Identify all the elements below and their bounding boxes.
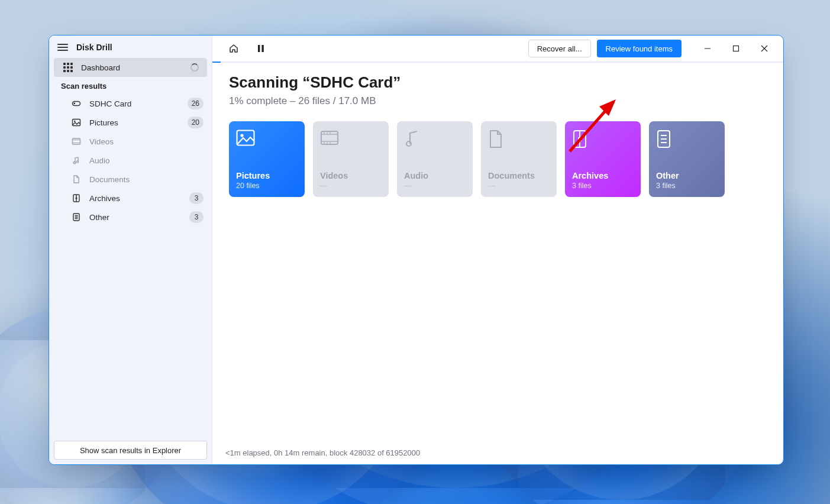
card-archives[interactable]: Archives 3 files — [565, 121, 641, 197]
card-sub: — — [404, 182, 466, 190]
card-sub: 3 files — [572, 182, 634, 190]
card-label: Archives — [572, 171, 634, 180]
card-label: Pictures — [236, 171, 298, 180]
card-videos[interactable]: Videos — — [313, 121, 389, 197]
review-found-items-button[interactable]: Review found items — [597, 40, 682, 57]
svg-point-21 — [330, 143, 331, 144]
other-icon — [72, 212, 81, 222]
app-header: Disk Drill — [49, 35, 212, 58]
svg-rect-0 — [73, 102, 80, 106]
loading-spinner-icon — [190, 63, 199, 72]
svg-point-20 — [327, 143, 328, 144]
count-badge: 3 — [189, 211, 204, 223]
audio-icon — [72, 156, 81, 165]
sidebar-group-title: Scan results — [49, 77, 212, 94]
svg-point-18 — [330, 133, 331, 134]
svg-point-17 — [327, 133, 328, 134]
pictures-icon — [236, 130, 298, 147]
card-label: Other — [656, 171, 718, 180]
svg-point-3 — [74, 121, 75, 122]
card-sub: 3 files — [656, 182, 718, 190]
audio-icon — [404, 130, 466, 147]
card-pictures[interactable]: Pictures 20 files — [229, 121, 305, 197]
sidebar-item-pictures[interactable]: Pictures 20 — [49, 113, 212, 132]
svg-rect-12 — [734, 46, 739, 51]
sidebar-item-label: Pictures — [89, 118, 179, 127]
card-sub: — — [320, 182, 382, 190]
sidebar-item-archives[interactable]: Archives 3 — [49, 189, 212, 208]
card-label: Documents — [488, 171, 550, 180]
main-pane: Recover all... Review found items Scanni… — [212, 35, 783, 464]
card-other[interactable]: Other 3 files — [649, 121, 725, 197]
pictures-icon — [72, 118, 81, 127]
recover-all-button[interactable]: Recover all... — [528, 40, 591, 57]
svg-rect-8 — [76, 198, 77, 199]
window-minimize-button[interactable] — [693, 39, 722, 58]
archives-icon — [572, 130, 634, 147]
status-footer: <1m elapsed, 0h 14m remain, block 428032… — [212, 444, 783, 464]
sidebar-item-label: Videos — [89, 137, 204, 146]
svg-rect-15 — [321, 131, 338, 144]
category-cards: Pictures 20 files Videos — Audio — — [229, 121, 767, 197]
svg-point-5 — [73, 161, 76, 164]
sidebar-item-label: Other — [89, 213, 181, 222]
card-sub: — — [488, 182, 550, 190]
count-badge: 26 — [188, 98, 204, 109]
window-close-button[interactable] — [750, 39, 779, 58]
sidebar-item-audio[interactable]: Audio — [49, 151, 212, 170]
sidebar-item-label: Documents — [89, 175, 204, 184]
videos-icon — [320, 130, 382, 147]
sidebar: Disk Drill Dashboard Scan results SDHC C… — [49, 35, 212, 464]
sidebar-item-label: SDHC Card — [89, 99, 179, 108]
scan-title: Scanning “SDHC Card” — [229, 73, 767, 92]
svg-rect-4 — [73, 138, 80, 144]
drive-icon — [72, 99, 81, 108]
card-documents[interactable]: Documents — — [481, 121, 557, 197]
sidebar-item-other[interactable]: Other 3 — [49, 208, 212, 227]
sidebar-item-label: Archives — [89, 194, 181, 203]
toolbar: Recover all... Review found items — [212, 35, 783, 62]
sidebar-item-videos[interactable]: Videos — [49, 132, 212, 151]
show-in-explorer-button[interactable]: Show scan results in Explorer — [54, 441, 207, 460]
window-maximize-button[interactable] — [722, 39, 750, 58]
svg-point-6 — [76, 161, 78, 163]
sidebar-item-label: Audio — [89, 156, 204, 165]
menu-icon[interactable] — [57, 44, 68, 51]
card-label: Audio — [404, 171, 466, 180]
card-audio[interactable]: Audio — — [397, 121, 473, 197]
app-title: Disk Drill — [76, 43, 112, 52]
archives-icon — [72, 193, 81, 203]
sidebar-item-sdhc-card[interactable]: SDHC Card 26 — [49, 94, 212, 113]
videos-icon — [72, 137, 81, 146]
svg-rect-24 — [578, 137, 582, 141]
svg-rect-10 — [258, 45, 260, 52]
window-controls — [693, 39, 779, 58]
sidebar-item-dashboard[interactable]: Dashboard — [54, 58, 207, 77]
sidebar-item-label: Dashboard — [81, 63, 182, 72]
card-sub: 20 files — [236, 182, 298, 190]
content-area: Scanning “SDHC Card” 1% complete – 26 fi… — [212, 63, 783, 444]
svg-point-16 — [324, 133, 325, 134]
documents-icon — [72, 175, 81, 184]
documents-icon — [488, 130, 550, 147]
home-button[interactable] — [223, 39, 244, 58]
count-badge: 20 — [188, 117, 204, 128]
card-label: Videos — [320, 171, 382, 180]
count-badge: 3 — [189, 192, 204, 204]
svg-rect-11 — [261, 45, 263, 52]
pause-button[interactable] — [250, 39, 272, 58]
svg-point-14 — [240, 134, 243, 137]
sidebar-item-documents[interactable]: Documents — [49, 170, 212, 189]
dashboard-icon — [63, 63, 73, 72]
app-window: Disk Drill Dashboard Scan results SDHC C… — [49, 35, 784, 465]
scan-subtitle: 1% complete – 26 files / 17.0 MB — [229, 95, 767, 107]
svg-rect-1 — [74, 103, 76, 105]
svg-point-19 — [324, 143, 325, 144]
other-icon — [656, 130, 718, 147]
